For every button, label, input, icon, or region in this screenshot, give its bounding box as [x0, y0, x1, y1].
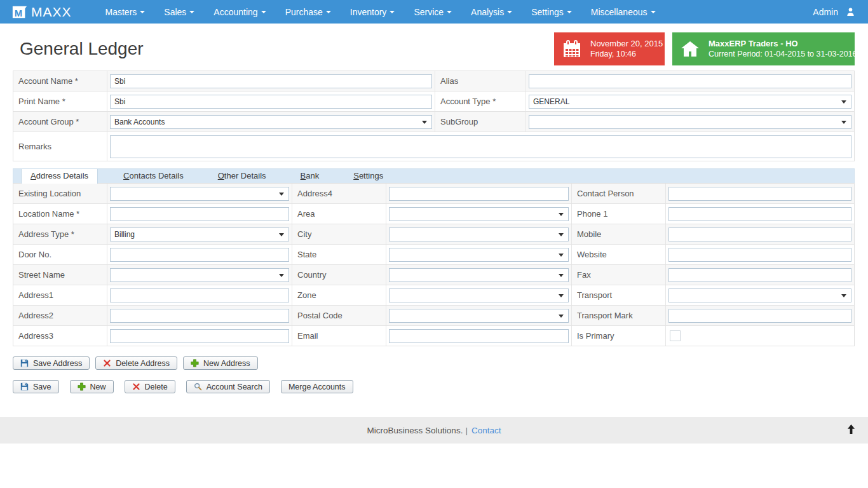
fax-input[interactable]	[668, 268, 851, 282]
mobile-label: Mobile	[572, 224, 666, 244]
save-button[interactable]: Save	[13, 380, 59, 393]
contact-link[interactable]: Contact	[471, 426, 501, 435]
footer-text: MicroBusiness Solutions.	[367, 426, 463, 435]
subgroup-label: SubGroup	[435, 112, 526, 132]
date-box: November 20, 2015 Friday, 10:46	[554, 32, 665, 65]
tab-address-details[interactable]: Address Details	[21, 169, 98, 184]
address2-input[interactable]	[110, 309, 289, 323]
save-address-button[interactable]: Save Address	[13, 356, 90, 370]
postal-code-select[interactable]	[389, 309, 569, 323]
nav-item-label: Purchase	[285, 7, 323, 17]
button-label: Delete	[145, 383, 168, 391]
existing-location-select[interactable]	[110, 187, 289, 201]
contact-person-input[interactable]	[668, 187, 851, 201]
chevron-down-icon	[651, 11, 656, 13]
is-primary-checkbox[interactable]	[670, 330, 681, 341]
delete-icon	[103, 359, 111, 367]
print-name-input[interactable]	[110, 95, 432, 109]
tab-bank[interactable]: Bank	[292, 169, 329, 184]
city-select[interactable]	[389, 227, 569, 241]
nav-item-label: Analysis	[471, 7, 504, 17]
user-icon	[846, 7, 855, 17]
country-select[interactable]	[389, 268, 569, 282]
home-icon	[680, 39, 700, 59]
address3-input[interactable]	[110, 329, 289, 343]
brand[interactable]: M MAXX	[11, 4, 72, 20]
user-menu[interactable]: Admin	[813, 7, 859, 17]
existing-location-label: Existing Location	[13, 184, 107, 203]
remarks-textarea[interactable]	[110, 135, 851, 158]
account-name-input[interactable]	[110, 74, 432, 88]
chevron-down-icon	[567, 11, 572, 13]
nav-item-purchase[interactable]: Purchase	[276, 0, 341, 24]
nav-item-label: Masters	[105, 7, 137, 17]
door-no-input[interactable]	[110, 248, 289, 262]
user-name: Admin	[813, 7, 838, 17]
alias-input[interactable]	[529, 74, 851, 88]
zone-select[interactable]	[389, 288, 569, 302]
website-input[interactable]	[668, 248, 851, 262]
button-label: Save	[33, 383, 51, 391]
chevron-down-icon	[261, 11, 266, 13]
address4-input[interactable]	[389, 187, 569, 201]
form-row: Account Name * Alias	[13, 71, 854, 92]
form-row: Address Type * Billing City Mobile	[13, 224, 854, 245]
address-button-row: Save Address Delete Address New Address	[13, 356, 855, 370]
form-row: Address1 Zone Transport	[13, 285, 854, 306]
company-box: MaxxERP Traders - HO Current Period: 01-…	[672, 32, 855, 65]
form-row: Address3 Email Is Primary	[13, 326, 854, 346]
subgroup-select[interactable]	[529, 115, 851, 129]
nav-item-sales[interactable]: Sales	[154, 0, 204, 24]
account-search-button[interactable]: Account Search	[186, 380, 270, 393]
address-type-select[interactable]: Billing	[110, 227, 289, 241]
svg-text:M: M	[15, 8, 22, 18]
form-row: Existing Location Address4 Contact Perso…	[13, 184, 854, 204]
city-label: City	[292, 224, 386, 244]
scroll-to-top-button[interactable]	[846, 424, 857, 435]
account-type-select[interactable]: GENERAL	[529, 95, 851, 109]
street-name-select[interactable]	[110, 268, 289, 282]
nav-item-service[interactable]: Service	[404, 0, 461, 24]
merge-accounts-button[interactable]: Merge Accounts	[281, 380, 353, 393]
transport-mark-label: Transport Mark	[572, 306, 666, 325]
account-type-label: Account Type *	[435, 92, 526, 111]
transport-select[interactable]	[668, 288, 851, 302]
transport-mark-input[interactable]	[668, 309, 851, 323]
tab-contacts-details[interactable]: Contacts Details	[114, 169, 193, 184]
chevron-down-icon	[326, 11, 331, 13]
nav-item-masters[interactable]: Masters	[96, 0, 155, 24]
detail-tabs: Address Details Contacts Details Other D…	[13, 168, 855, 183]
remarks-label: Remarks	[13, 132, 107, 161]
tab-other-details[interactable]: Other Details	[209, 169, 275, 184]
nav-item-settings[interactable]: Settings	[522, 0, 581, 24]
form-row: Location Name * Area Phone 1	[13, 204, 854, 224]
new-address-button[interactable]: New Address	[183, 356, 258, 370]
area-select[interactable]	[389, 207, 569, 221]
contact-person-label: Contact Person	[572, 184, 666, 203]
footer: MicroBusiness Solutions. | Contact	[0, 417, 868, 444]
nav-item-analysis[interactable]: Analysis	[461, 0, 522, 24]
mobile-input[interactable]	[668, 227, 851, 241]
page-header: General Ledger November 20, 2015 Friday,…	[20, 32, 855, 65]
street-name-label: Street Name	[13, 265, 107, 285]
email-input[interactable]	[389, 329, 569, 343]
address3-label: Address3	[13, 326, 107, 346]
zone-label: Zone	[292, 285, 386, 305]
nav-item-accounting[interactable]: Accounting	[204, 0, 275, 24]
address2-label: Address2	[13, 306, 107, 325]
address1-input[interactable]	[110, 288, 289, 302]
phone1-input[interactable]	[668, 207, 851, 221]
nav-item-label: Service	[414, 7, 444, 17]
tab-settings[interactable]: Settings	[344, 169, 392, 184]
location-name-input[interactable]	[110, 207, 289, 221]
nav-item-inventory[interactable]: Inventory	[341, 0, 405, 24]
calendar-icon	[562, 39, 582, 59]
new-button[interactable]: New	[70, 380, 114, 393]
state-select[interactable]	[389, 248, 569, 262]
account-group-select[interactable]: Bank Accounts	[110, 115, 432, 129]
delete-button[interactable]: Delete	[125, 380, 175, 393]
page-title: General Ledger	[20, 39, 546, 59]
delete-address-button[interactable]: Delete Address	[95, 356, 177, 370]
nav-item-miscellaneous[interactable]: Miscellaneous	[581, 0, 665, 24]
button-label: Save Address	[33, 359, 82, 368]
